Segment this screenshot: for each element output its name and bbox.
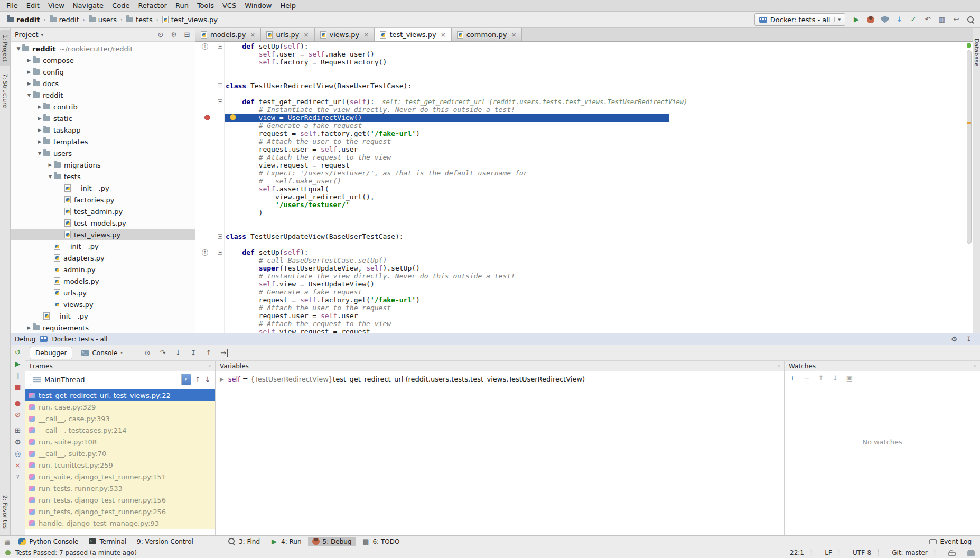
stop-icon[interactable]: ■ <box>14 384 22 391</box>
close-tab-icon[interactable]: × <box>362 31 369 39</box>
tree-item[interactable]: ▼users <box>11 147 195 159</box>
frame-row[interactable]: run_tests, django_test_runner.py:156 <box>25 494 215 506</box>
override-marker-icon[interactable]: ↑ <box>202 249 208 256</box>
frame-row[interactable]: __call__, testcases.py:214 <box>25 424 215 436</box>
toolwindow-button-event-log[interactable]: Event Log <box>925 537 976 546</box>
rerun-icon[interactable]: ↺ <box>14 349 22 356</box>
close-tab-icon[interactable]: × <box>440 31 446 39</box>
chevron-down-icon[interactable]: ▾ <box>41 32 43 38</box>
close-tab-icon[interactable]: × <box>302 31 309 39</box>
tree-item[interactable]: test_views.py <box>11 229 195 240</box>
diff-icon[interactable]: ▥ <box>938 16 946 23</box>
thread-select[interactable]: MainThread ▾ <box>30 374 191 385</box>
restore-layout-icon[interactable]: ⊞ <box>14 427 22 434</box>
toolwindow-button-4-run[interactable]: ▶4: Run <box>266 537 306 546</box>
status-message[interactable]: Tests Passed: 7 passed (a minute ago) <box>15 549 137 556</box>
toolwindow-button-3-find[interactable]: 3: Find <box>224 537 264 546</box>
frame-row[interactable]: run, suite.py:108 <box>25 436 215 448</box>
tree-item[interactable]: ▶config <box>11 66 195 78</box>
editor-tab[interactable]: views.py× <box>315 28 375 41</box>
menu-item-view[interactable]: View <box>44 1 69 11</box>
step-out-icon[interactable]: ↥ <box>205 349 212 357</box>
expand-arrow-icon[interactable]: ▶ <box>36 104 43 109</box>
move-watch-up-icon[interactable]: ↑ <box>817 375 825 382</box>
editor-tab[interactable]: test_views.py× <box>375 28 451 41</box>
commit-icon[interactable]: ✓ <box>910 16 917 23</box>
collapse-arrow-icon[interactable]: ▼ <box>25 92 33 98</box>
frame-row[interactable]: run_tests, django_test_runner.py:256 <box>25 506 215 517</box>
tree-item[interactable]: admin.py <box>11 264 195 275</box>
locate-file-icon[interactable]: ⊙ <box>157 31 164 39</box>
tree-item[interactable]: test_admin.py <box>11 206 195 217</box>
scrollbar-thumb[interactable] <box>967 50 972 244</box>
breadcrumb-item[interactable]: reddit <box>5 15 42 25</box>
expand-arrow-icon[interactable]: ▶ <box>36 116 43 121</box>
view-breakpoints-icon[interactable]: ● <box>14 399 22 407</box>
step-into-icon[interactable]: ↓ <box>174 349 182 357</box>
hide-panel-icon[interactable]: ⊟ <box>183 31 191 39</box>
menu-item-navigate[interactable]: Navigate <box>69 1 108 11</box>
fold-marker-icon[interactable]: − <box>218 99 222 104</box>
tree-item[interactable]: ▶templates <box>11 136 195 147</box>
expand-arrow-icon[interactable]: ▶ <box>25 58 33 63</box>
hide-arrow-icon[interactable]: → <box>971 362 976 369</box>
file-encoding[interactable]: UTF-8 <box>853 549 880 556</box>
tree-item[interactable]: factories.py <box>11 194 195 206</box>
frame-row[interactable]: test_get_redirect_url, test_views.py:22 <box>25 389 215 401</box>
fold-marker-icon[interactable]: − <box>218 234 222 239</box>
toolwindow-switcher-icon[interactable]: ▦ <box>4 538 10 545</box>
vcs-branch[interactable]: Git: master <box>892 549 937 556</box>
menu-item-edit[interactable]: Edit <box>22 1 44 11</box>
show-execution-point-icon[interactable]: ⊙ <box>144 349 151 357</box>
tool-strip-button-favorites[interactable]: 2: Favorites <box>0 491 10 533</box>
move-watch-down-icon[interactable]: ↓ <box>832 375 839 382</box>
previous-frame-icon[interactable]: ↑ <box>195 375 201 384</box>
menu-item-help[interactable]: Help <box>276 1 300 11</box>
project-panel-title[interactable]: Project <box>15 31 38 39</box>
debug-settings-icon[interactable]: ⚙ <box>950 336 958 343</box>
next-frame-icon[interactable]: ↓ <box>204 375 211 384</box>
panel-settings-icon[interactable]: ⚙ <box>170 31 178 39</box>
menu-item-tools[interactable]: Tools <box>193 1 218 11</box>
caret-position[interactable]: 22:1 <box>790 549 813 556</box>
tree-item[interactable]: models.py <box>11 275 195 287</box>
frame-row[interactable]: __call__, case.py:393 <box>25 413 215 424</box>
tree-item[interactable]: __init__.py <box>11 240 195 252</box>
hide-arrow-icon[interactable]: → <box>206 362 211 369</box>
toolwindow-button-5-debug[interactable]: 5: Debug <box>308 537 356 546</box>
expand-arrow-icon[interactable]: ▶ <box>25 69 33 75</box>
run-config-select[interactable]: Docker: tests - all ▾ <box>754 13 845 26</box>
tree-item[interactable]: ▼reddit~/cookiecutter/reddit <box>11 43 195 54</box>
step-over-icon[interactable]: ↷ <box>159 349 166 357</box>
frame-row[interactable]: handle, django_test_manage.py:93 <box>25 517 215 529</box>
run-to-cursor-icon[interactable]: → <box>220 349 228 357</box>
tree-item[interactable]: views.py <box>11 299 195 310</box>
toolwindow-button-terminal[interactable]: Terminal <box>85 537 130 546</box>
tool-strip-button-project[interactable]: 1: Project <box>0 30 10 66</box>
force-step-into-icon[interactable]: ↧ <box>190 349 197 357</box>
tree-item[interactable]: ▶requirements <box>11 322 195 333</box>
debug-tab-debugger[interactable]: Debugger <box>30 347 72 359</box>
tool-strip-button-database[interactable]: Database <box>973 35 980 70</box>
frame-row[interactable]: run_tests, runner.py:533 <box>25 482 215 494</box>
resume-icon[interactable]: ▶ <box>14 360 22 368</box>
menu-item-code[interactable]: Code <box>108 1 134 11</box>
tree-item[interactable]: test_models.py <box>11 217 195 229</box>
tree-item[interactable]: ▼reddit <box>11 89 195 101</box>
expand-arrow-icon[interactable]: ▶ <box>220 376 224 382</box>
tree-item[interactable]: ▶migrations <box>11 159 195 171</box>
run-icon[interactable]: ▶ <box>853 16 860 23</box>
menu-item-window[interactable]: Window <box>240 1 276 11</box>
debug-panel-settings-icon[interactable]: ⚙ <box>14 439 22 446</box>
breadcrumb-item[interactable]: users <box>87 15 118 25</box>
menu-item-vcs[interactable]: VCS <box>218 1 240 11</box>
expand-arrow-icon[interactable]: ▶ <box>36 139 43 144</box>
expand-arrow-icon[interactable]: ▶ <box>46 162 54 168</box>
menu-item-refactor[interactable]: Refactor <box>134 1 171 11</box>
history-icon[interactable]: ↶ <box>924 16 931 23</box>
pause-icon[interactable]: ∥ <box>14 372 22 379</box>
editor-tab[interactable]: models.py× <box>195 28 261 41</box>
close-tab-icon[interactable]: × <box>249 31 255 39</box>
debug-icon[interactable] <box>867 16 874 23</box>
tool-strip-button-structure[interactable]: 7: Structure <box>0 69 10 112</box>
